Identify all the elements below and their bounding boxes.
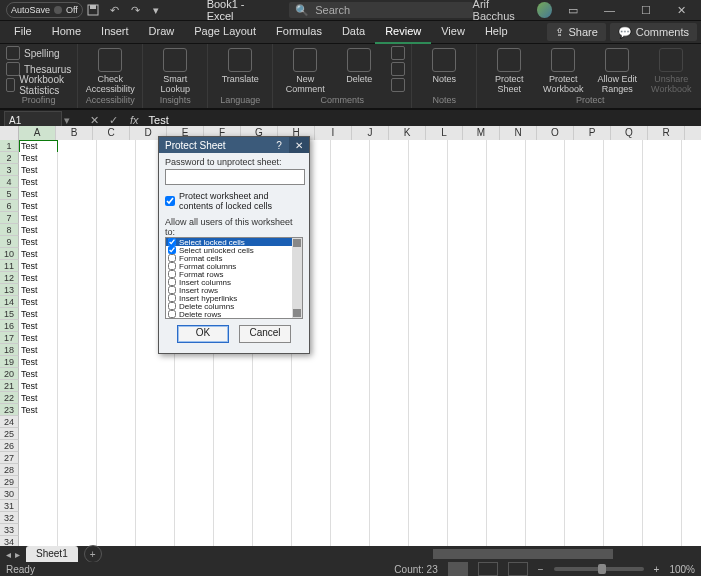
spelling-button[interactable]: Spelling <box>6 46 71 60</box>
permission-checkbox[interactable] <box>168 246 176 254</box>
dialog-titlebar[interactable]: Protect Sheet ? ✕ <box>159 137 309 153</box>
row-header[interactable]: 4 <box>0 176 19 188</box>
minimize-button[interactable]: — <box>594 0 624 20</box>
permissions-scrollbar[interactable] <box>292 238 302 318</box>
row-header[interactable]: 33 <box>0 524 19 536</box>
new-comment-button[interactable]: New Comment <box>279 46 331 94</box>
row-header[interactable]: 27 <box>0 452 19 464</box>
tab-draw[interactable]: Draw <box>139 20 185 42</box>
row-header[interactable]: 15 <box>0 308 19 320</box>
maximize-button[interactable]: ☐ <box>631 0 661 20</box>
tab-insert[interactable]: Insert <box>91 20 139 42</box>
perm-scroll-up-icon[interactable] <box>293 239 301 247</box>
row-header[interactable]: 32 <box>0 512 19 524</box>
column-header[interactable]: I <box>315 126 352 140</box>
view-page-break-button[interactable] <box>508 562 528 576</box>
zoom-thumb[interactable] <box>598 564 606 574</box>
tab-data[interactable]: Data <box>332 20 375 42</box>
comments-button[interactable]: 💬Comments <box>610 23 697 41</box>
row-header[interactable]: 31 <box>0 500 19 512</box>
zoom-in-button[interactable]: + <box>654 564 660 575</box>
smart-lookup-button[interactable]: Smart Lookup <box>149 46 201 94</box>
cancel-button[interactable]: Cancel <box>239 325 291 343</box>
permission-checkbox[interactable] <box>168 270 176 278</box>
protect-sheet-button[interactable]: Protect Sheet <box>483 46 535 94</box>
spreadsheet-grid[interactable]: ABCDEFGHIJKLMNOPQR 1Test2Test3Test4Test5… <box>0 126 701 546</box>
show-comments-button[interactable] <box>391 78 405 92</box>
prev-comment-button[interactable] <box>391 46 405 60</box>
protect-contents-check-input[interactable] <box>165 196 175 206</box>
column-header[interactable]: M <box>463 126 500 140</box>
row-header[interactable]: 14 <box>0 296 19 308</box>
check-accessibility-button[interactable]: Check Accessibility <box>84 46 136 94</box>
column-header[interactable]: O <box>537 126 574 140</box>
column-header[interactable]: P <box>574 126 611 140</box>
permission-checkbox[interactable] <box>168 262 176 270</box>
cell[interactable] <box>292 536 331 546</box>
column-header[interactable]: K <box>389 126 426 140</box>
protect-contents-checkbox[interactable]: Protect worksheet and contents of locked… <box>165 191 303 211</box>
row-header[interactable]: 8 <box>0 224 19 236</box>
row-header[interactable]: 25 <box>0 428 19 440</box>
tab-review[interactable]: Review <box>375 20 431 44</box>
tab-formulas[interactable]: Formulas <box>266 20 332 42</box>
zoom-slider[interactable] <box>554 567 644 571</box>
column-header[interactable]: B <box>56 126 93 140</box>
row-header[interactable]: 3 <box>0 164 19 176</box>
password-input[interactable] <box>165 169 305 185</box>
permission-checkbox[interactable] <box>168 302 176 310</box>
qat-more-icon[interactable]: ▾ <box>146 0 167 20</box>
notes-button[interactable]: Notes <box>418 46 470 84</box>
cell[interactable] <box>565 536 604 546</box>
cell[interactable] <box>97 536 136 546</box>
row-header[interactable]: 19 <box>0 356 19 368</box>
cell[interactable] <box>136 536 175 546</box>
row-header[interactable]: 2 <box>0 152 19 164</box>
row-header[interactable]: 34 <box>0 536 19 546</box>
row-header[interactable]: 28 <box>0 464 19 476</box>
horizontal-scrollbar[interactable] <box>433 549 693 559</box>
dialog-help-button[interactable]: ? <box>269 137 289 153</box>
redo-icon[interactable]: ↷ <box>125 0 146 20</box>
row-header[interactable]: 18 <box>0 344 19 356</box>
cell[interactable] <box>175 536 214 546</box>
next-comment-button[interactable] <box>391 62 405 76</box>
translate-button[interactable]: Translate <box>214 46 266 84</box>
sheet-prev-icon[interactable]: ◂ <box>6 549 11 560</box>
view-normal-button[interactable] <box>448 562 468 576</box>
row-header[interactable]: 29 <box>0 476 19 488</box>
perm-scroll-down-icon[interactable] <box>293 309 301 317</box>
cell[interactable] <box>526 536 565 546</box>
row-header[interactable]: 12 <box>0 272 19 284</box>
permission-checkbox[interactable] <box>168 238 176 246</box>
column-header[interactable]: L <box>426 126 463 140</box>
column-header[interactable]: Q <box>611 126 648 140</box>
row-header[interactable]: 5 <box>0 188 19 200</box>
row-header[interactable]: 30 <box>0 488 19 500</box>
permission-checkbox[interactable] <box>168 310 176 318</box>
cell[interactable] <box>253 536 292 546</box>
share-button[interactable]: ⇪Share <box>547 23 605 41</box>
column-header[interactable]: C <box>93 126 130 140</box>
column-header[interactable]: A <box>19 126 56 140</box>
permission-checkbox[interactable] <box>168 286 176 294</box>
row-header[interactable]: 6 <box>0 200 19 212</box>
delete-comment-button[interactable]: Delete <box>333 46 385 84</box>
row-header[interactable]: 24 <box>0 416 19 428</box>
add-sheet-button[interactable]: + <box>84 545 102 563</box>
ok-button[interactable]: OK <box>177 325 229 343</box>
row-header[interactable]: 16 <box>0 320 19 332</box>
tab-page-layout[interactable]: Page Layout <box>184 20 266 42</box>
cell[interactable] <box>604 536 643 546</box>
sheet-tab[interactable]: Sheet1 <box>26 546 78 562</box>
cell[interactable] <box>331 536 370 546</box>
permission-checkbox[interactable] <box>168 278 176 286</box>
row-header[interactable]: 11 <box>0 260 19 272</box>
workbook-stats-button[interactable]: Workbook Statistics <box>6 78 71 92</box>
cell[interactable] <box>643 536 682 546</box>
cell[interactable] <box>19 536 58 546</box>
allow-edit-ranges-button[interactable]: Allow Edit Ranges <box>591 46 643 94</box>
row-header[interactable]: 23 <box>0 404 19 416</box>
save-icon[interactable] <box>83 0 104 20</box>
row-header[interactable]: 22 <box>0 392 19 404</box>
